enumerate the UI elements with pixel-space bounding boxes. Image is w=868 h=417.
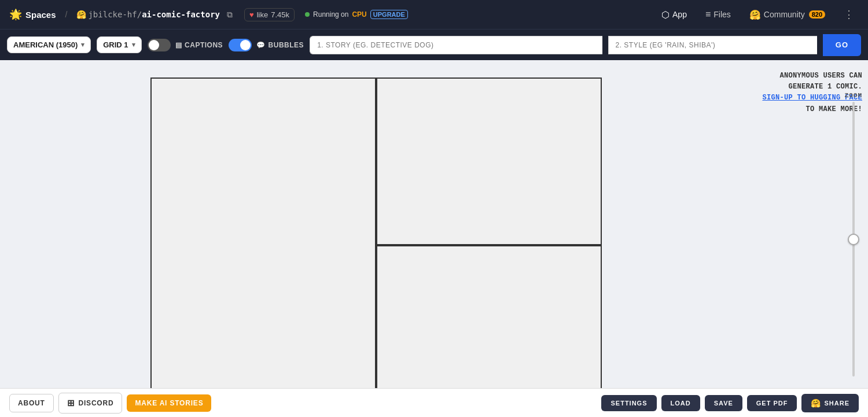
copy-icon[interactable]: ⧉	[227, 10, 233, 20]
style-dropdown[interactable]: AMERICAN (1950) ▾	[7, 36, 91, 53]
bubbles-toggle-knob	[240, 40, 251, 50]
files-icon: ≡	[705, 9, 711, 20]
tab-community-label: Community	[764, 10, 805, 19]
tab-files[interactable]: ≡ Files	[701, 7, 735, 22]
comic-panel-1	[376, 78, 602, 245]
nav-repo: 🤗jbilcke-hf/ai-comic-factory	[76, 10, 220, 19]
captions-label: ▤ CAPTIONS	[175, 41, 223, 49]
captions-toggle[interactable]	[148, 39, 171, 51]
discord-icon: ⊞	[67, 398, 75, 408]
bubbles-toggle-group: 💬 BUBBLES	[229, 39, 304, 51]
bubbles-toggle[interactable]	[229, 39, 252, 51]
load-button[interactable]: LOAD	[661, 395, 700, 411]
grid-dropdown-value: GRID 1	[103, 40, 128, 49]
bottom-right: SETTINGS LOAD SAVE GET PDF 🤗 SHARE	[601, 394, 859, 412]
comic-panel-3	[376, 245, 602, 388]
captions-icon: ▤	[175, 41, 182, 49]
community-icon: 🤗	[749, 9, 761, 20]
repo-name: ai-comic-factory	[142, 10, 220, 19]
discord-button[interactable]: ⊞ DISCORD	[58, 393, 123, 414]
comic-area	[0, 60, 752, 388]
status-running-text: Running on	[313, 10, 348, 19]
about-button[interactable]: ABOUT	[9, 394, 54, 412]
settings-button[interactable]: SETTINGS	[601, 395, 656, 411]
status-dot	[305, 12, 310, 17]
status-indicator: Running on CPU UPGRADE	[305, 10, 408, 19]
save-button[interactable]: SAVE	[705, 395, 742, 411]
top-nav: 🌟 Spaces / 🤗jbilcke-hf/ai-comic-factory …	[0, 0, 868, 29]
style-input[interactable]	[608, 36, 817, 54]
go-button[interactable]: GO	[823, 34, 861, 56]
status-cpu-label: CPU	[352, 10, 366, 19]
tab-files-label: Files	[713, 10, 731, 19]
anon-line1: ANONYMOUS USERS CAN GENERATE 1 COMIC.	[779, 72, 862, 91]
right-sidebar: ANONYMOUS USERS CAN GENERATE 1 COMIC. SI…	[752, 60, 868, 388]
nav-right: ⬡ App ≡ Files 🤗 Community 820 ⋮	[657, 6, 859, 23]
more-options-icon[interactable]: ⋮	[839, 6, 859, 23]
tab-app[interactable]: ⬡ App	[657, 7, 692, 23]
upgrade-badge[interactable]: UPGRADE	[370, 10, 408, 19]
share-button[interactable]: 🤗 SHARE	[801, 394, 859, 412]
zoom-track[interactable]	[852, 102, 855, 377]
like-label: like	[257, 10, 269, 19]
zoom-label: ZOOM	[845, 92, 862, 99]
like-button[interactable]: ♥ like 7.45k	[244, 8, 295, 21]
spaces-label: Spaces	[25, 10, 56, 20]
community-badge: 820	[809, 10, 825, 19]
main-content: ANONYMOUS USERS CAN GENERATE 1 COMIC. SI…	[0, 60, 868, 388]
tab-app-label: App	[672, 10, 687, 19]
get-pdf-button[interactable]: GET PDF	[747, 395, 797, 411]
like-count: 7.45k	[271, 10, 289, 19]
chevron-down-icon: ▾	[81, 41, 84, 49]
bottom-left: ABOUT ⊞ DISCORD MAKE AI STORIES	[9, 393, 211, 414]
bubbles-label: 💬 BUBBLES	[256, 41, 304, 49]
nav-separator: /	[65, 10, 68, 19]
spaces-emoji: 🌟	[9, 8, 22, 21]
bubbles-icon: 💬	[256, 41, 266, 49]
app-icon: ⬡	[661, 9, 670, 20]
zoom-thumb[interactable]	[848, 234, 859, 245]
story-input[interactable]	[310, 36, 602, 54]
make-stories-button[interactable]: MAKE AI STORIES	[127, 394, 211, 412]
bottom-bar: ABOUT ⊞ DISCORD MAKE AI STORIES SETTINGS…	[0, 388, 868, 417]
repo-owner: 🤗jbilcke-hf/	[76, 10, 142, 19]
comic-grid	[150, 78, 602, 388]
comic-panel-2	[150, 78, 376, 388]
style-dropdown-value: AMERICAN (1950)	[13, 40, 78, 49]
chevron-down-icon: ▾	[132, 41, 135, 49]
heart-icon: ♥	[249, 10, 254, 19]
grid-dropdown[interactable]: GRID 1 ▾	[97, 36, 141, 53]
share-emoji-icon: 🤗	[811, 398, 821, 408]
captions-toggle-knob	[149, 40, 159, 50]
spaces-logo[interactable]: 🌟 Spaces	[9, 8, 56, 21]
captions-toggle-group: ▤ CAPTIONS	[148, 39, 223, 51]
zoom-control: ZOOM	[845, 92, 862, 377]
tab-community[interactable]: 🤗 Community 820	[745, 7, 830, 23]
toolbar: AMERICAN (1950) ▾ GRID 1 ▾ ▤ CAPTIONS 💬 …	[0, 29, 868, 60]
